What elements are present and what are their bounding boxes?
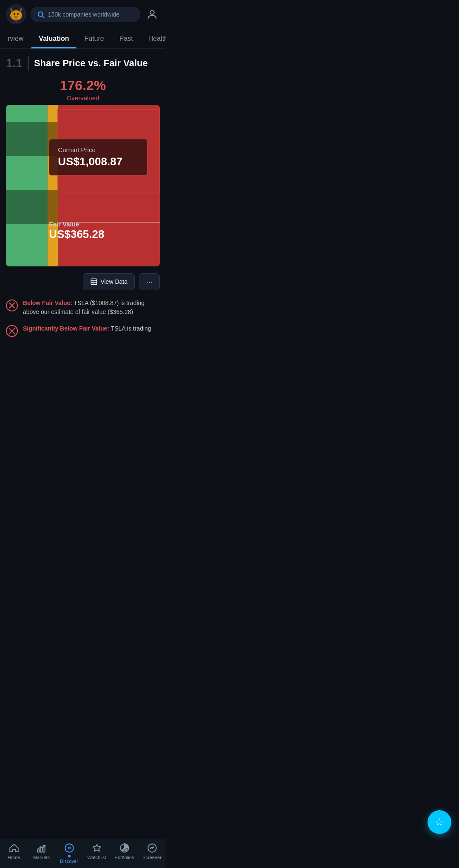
alert-icon-2 <box>6 325 18 337</box>
app-logo[interactable] <box>6 4 26 25</box>
table-icon <box>90 278 98 286</box>
fair-value-box: Fair Value US$365.28 <box>49 221 104 241</box>
current-price-label: Current Price <box>58 146 139 153</box>
svg-point-10 <box>150 11 154 14</box>
svg-point-5 <box>14 16 18 19</box>
more-options-button[interactable]: ··· <box>139 273 160 290</box>
svg-point-4 <box>17 13 19 15</box>
user-icon <box>146 8 158 20</box>
tab-overview[interactable]: rview <box>0 29 31 48</box>
more-label: ··· <box>146 277 153 286</box>
svg-rect-22 <box>48 190 58 224</box>
price-chart[interactable]: Current Price US$1,008.87 Fair Value US$… <box>6 105 160 266</box>
svg-rect-28 <box>91 279 97 285</box>
fair-value-price: US$365.28 <box>49 228 104 241</box>
view-data-button[interactable]: View Data <box>83 273 135 290</box>
alert-label-1: Below Fair Value: <box>23 300 72 306</box>
section-header: 1.1 Share Price vs. Fair Value <box>6 56 160 71</box>
view-data-label: View Data <box>100 278 128 285</box>
overvalued-label: Overvalued <box>6 94 160 102</box>
svg-rect-14 <box>58 105 160 122</box>
app-header: 150k companies worldwide <box>0 0 166 29</box>
tab-valuation[interactable]: Valuation <box>31 29 76 48</box>
tab-past[interactable]: Past <box>112 29 141 48</box>
svg-point-6 <box>15 17 16 17</box>
section-divider <box>28 56 29 71</box>
main-content: 1.1 Share Price vs. Fair Value 176.2% Ov… <box>0 49 166 351</box>
actions-row: View Data ··· <box>6 273 160 290</box>
alert-body-2: TSLA is trading <box>111 325 151 332</box>
section-title: Share Price vs. Fair Value <box>34 58 148 69</box>
fair-value-label: Fair Value <box>49 221 104 228</box>
overvalued-badge: 176.2% Overvalued <box>6 78 160 102</box>
chart-svg <box>6 105 160 266</box>
svg-rect-15 <box>6 122 48 156</box>
svg-rect-13 <box>48 105 58 122</box>
section-number: 1.1 <box>6 57 23 70</box>
alert-item-1: Below Fair Value: TSLA ($1008.87) is tra… <box>6 299 160 317</box>
tabs-nav: rview Valuation Future Past Health <box>0 29 166 49</box>
alert-text-2: Significantly Below Fair Value: TSLA is … <box>23 324 151 333</box>
user-avatar-button[interactable] <box>144 7 160 22</box>
alert-text-1: Below Fair Value: TSLA ($1008.87) is tra… <box>23 299 160 317</box>
overvalued-percentage: 176.2% <box>6 78 160 93</box>
svg-line-9 <box>42 16 44 17</box>
tab-health[interactable]: Health <box>141 29 166 48</box>
svg-point-3 <box>14 13 15 15</box>
svg-rect-18 <box>6 156 48 190</box>
svg-rect-21 <box>6 190 48 224</box>
search-bar[interactable]: 150k companies worldwide <box>31 7 140 22</box>
current-price-value: US$1,008.87 <box>58 155 139 168</box>
tab-future[interactable]: Future <box>76 29 111 48</box>
search-icon <box>37 11 45 18</box>
svg-rect-24 <box>6 224 48 266</box>
svg-point-7 <box>17 17 17 17</box>
alert-item-2: Significantly Below Fair Value: TSLA is … <box>6 324 160 337</box>
current-price-tooltip: Current Price US$1,008.87 <box>49 139 147 175</box>
search-placeholder: 150k companies worldwide <box>48 11 119 18</box>
alert-label-2: Significantly Below Fair Value: <box>23 325 109 332</box>
svg-rect-12 <box>6 105 48 122</box>
alert-icon-1 <box>6 300 18 311</box>
